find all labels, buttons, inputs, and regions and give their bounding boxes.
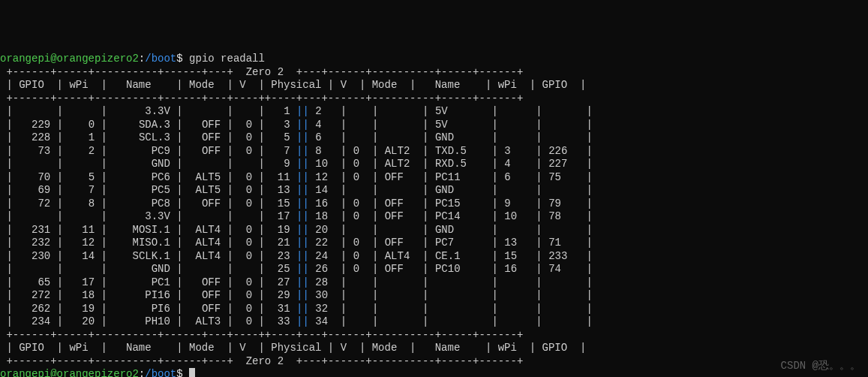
terminal-output: orangepi@orangepizero2:/boot$ gpio reada…: [0, 53, 868, 377]
terminal-cursor: [189, 368, 195, 377]
csdn-watermark: CSDN @恐。。。: [781, 360, 860, 373]
